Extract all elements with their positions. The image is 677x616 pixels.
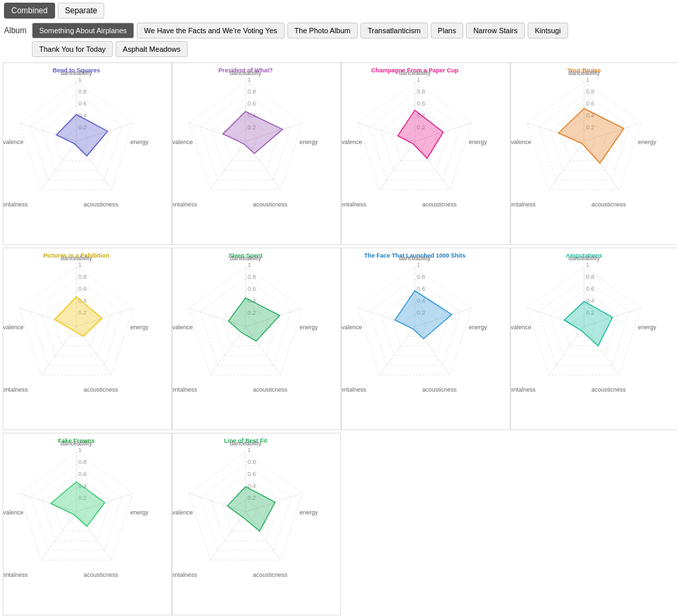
svg-text:0.8: 0.8	[417, 273, 425, 280]
svg-text:1: 1	[248, 76, 251, 83]
svg-text:acousticness: acousticness	[84, 201, 119, 208]
svg-text:energy: energy	[130, 509, 149, 516]
svg-line-97	[41, 327, 76, 375]
svg-marker-153	[395, 291, 452, 339]
svg-line-141	[380, 327, 415, 375]
svg-text:0.8: 0.8	[586, 88, 595, 95]
svg-text:danceability: danceability	[230, 70, 262, 76]
svg-text:energy: energy	[638, 324, 656, 331]
svg-text:valence: valence	[342, 324, 362, 331]
svg-text:acousticness: acousticness	[253, 386, 288, 393]
svg-text:1: 1	[586, 262, 589, 268]
svg-text:0.8: 0.8	[248, 273, 256, 280]
svg-line-53	[380, 141, 415, 190]
svg-text:instrumentalness: instrumentalness	[342, 201, 367, 208]
chart-cell-6: The Face That Launched 1000 Shits0.20.40…	[341, 248, 510, 430]
svg-marker-65	[398, 110, 443, 158]
svg-text:0.8: 0.8	[586, 273, 595, 280]
svg-marker-109	[54, 297, 102, 337]
svg-text:instrumentalness: instrumentalness	[3, 201, 29, 208]
chart-cell-0: Bend to Squares0.20.40.60.81danceability…	[3, 62, 172, 245]
svg-text:1: 1	[248, 447, 251, 453]
svg-line-9	[41, 141, 76, 190]
svg-text:energy: energy	[299, 324, 318, 331]
svg-text:acousticness: acousticness	[253, 201, 288, 208]
svg-text:1: 1	[586, 76, 589, 83]
charts-container: Bend to Squares0.20.40.60.81danceability…	[0, 60, 677, 616]
svg-marker-197	[50, 482, 104, 526]
album-btn-0[interactable]: Something About Airplanes	[32, 23, 134, 38]
chart-cell-2: Champagne From a Paper Cup0.20.40.60.81d…	[341, 62, 510, 245]
svg-text:instrumentalness: instrumentalness	[173, 572, 198, 578]
chart-cell-1: President of What?0.20.40.60.81danceabil…	[172, 62, 341, 245]
svg-text:danceability: danceability	[399, 70, 431, 76]
svg-text:energy: energy	[469, 324, 487, 331]
svg-marker-219	[228, 487, 275, 531]
svg-text:0.6: 0.6	[586, 100, 595, 107]
svg-marker-43	[223, 112, 283, 153]
svg-text:1: 1	[248, 262, 251, 268]
svg-marker-175	[564, 301, 613, 346]
svg-text:0.6: 0.6	[248, 100, 256, 107]
album-btn-5[interactable]: Narrow Stairs	[466, 23, 525, 38]
svg-text:instrumentalness: instrumentalness	[3, 572, 29, 578]
album-btn-1[interactable]: We Have the Facts and We're Voting Yes	[137, 23, 284, 38]
svg-text:acousticness: acousticness	[591, 201, 627, 208]
album-btn-3[interactable]: Transatlanticism	[360, 23, 428, 38]
svg-text:0.8: 0.8	[248, 459, 256, 465]
svg-text:danceability: danceability	[230, 255, 262, 262]
album-btn-6[interactable]: Kintsugi	[528, 23, 568, 38]
album-btn-4[interactable]: Plans	[431, 23, 464, 38]
album-label: Album	[4, 26, 27, 35]
svg-text:1: 1	[78, 76, 82, 83]
chart-cell-8: Fake Frowns0.20.40.60.81danceabilityener…	[3, 433, 172, 615]
chart-cell-5: Sleep Spent0.20.40.60.81danceabilityener…	[172, 248, 341, 430]
svg-text:1: 1	[417, 262, 420, 268]
svg-text:valence: valence	[511, 139, 532, 145]
svg-text:acousticness: acousticness	[253, 572, 288, 578]
svg-text:valence: valence	[173, 324, 193, 331]
svg-text:0.8: 0.8	[78, 459, 87, 465]
svg-text:0.6: 0.6	[586, 285, 595, 292]
svg-line-75	[549, 141, 584, 190]
svg-line-185	[41, 512, 76, 560]
svg-text:energy: energy	[469, 139, 487, 145]
svg-text:valence: valence	[3, 324, 24, 331]
svg-text:acousticness: acousticness	[84, 386, 119, 393]
svg-text:0.6: 0.6	[417, 100, 425, 107]
svg-text:danceability: danceability	[60, 255, 92, 262]
svg-text:0.6: 0.6	[248, 471, 256, 477]
svg-line-31	[210, 141, 246, 190]
svg-text:acousticness: acousticness	[84, 572, 119, 578]
svg-text:instrumentalness: instrumentalness	[173, 201, 198, 208]
svg-text:energy: energy	[130, 324, 149, 331]
svg-text:0.8: 0.8	[78, 273, 87, 280]
svg-text:acousticness: acousticness	[422, 201, 457, 208]
svg-text:0.8: 0.8	[417, 88, 425, 95]
svg-text:valence: valence	[342, 139, 362, 145]
svg-text:0.8: 0.8	[78, 88, 87, 95]
svg-text:danceability: danceability	[399, 255, 431, 262]
svg-text:1: 1	[78, 447, 82, 453]
svg-text:energy: energy	[299, 509, 318, 516]
svg-text:0.6: 0.6	[78, 471, 87, 477]
svg-text:energy: energy	[130, 139, 149, 145]
chart-cell-7: Amputations0.20.40.60.81danceabilityener…	[510, 248, 677, 430]
svg-text:valence: valence	[3, 509, 24, 516]
top-bar: Combined Separate Album Something About …	[0, 0, 677, 60]
chart-cell-9: Line of Best Fit0.20.40.60.81danceabilit…	[172, 433, 341, 615]
svg-line-119	[210, 327, 246, 375]
svg-text:1: 1	[78, 262, 82, 268]
svg-text:danceability: danceability	[60, 70, 92, 76]
svg-text:acousticness: acousticness	[591, 386, 627, 393]
svg-text:valence: valence	[3, 139, 24, 145]
combined-button[interactable]: Combined	[4, 3, 55, 19]
album-btn-8[interactable]: Asphalt Meadows	[115, 41, 188, 57]
svg-text:energy: energy	[638, 139, 656, 145]
album-btn-2[interactable]: The Photo Album	[287, 23, 358, 38]
album-btn-7[interactable]: Thank You for Today	[32, 41, 113, 57]
separate-button[interactable]: Separate	[58, 3, 105, 19]
svg-marker-131	[228, 298, 279, 341]
svg-text:valence: valence	[173, 509, 193, 516]
chart-cell-4: Pictures in a Exhibition0.20.40.60.81dan…	[3, 248, 172, 430]
